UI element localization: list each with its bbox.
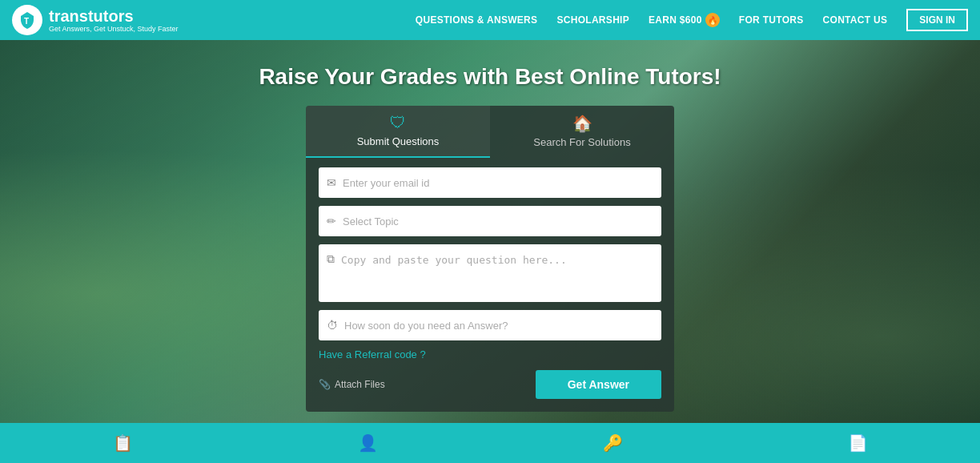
tabs-row: 🛡 Submit Questions 🏠 Search For Solution… xyxy=(306,106,674,158)
logo-icon: T xyxy=(12,5,42,35)
referral-link[interactable]: Have a Referral code ? xyxy=(319,348,661,360)
email-row: ✉ xyxy=(319,167,661,198)
form-body: ✉ ✏ ⧉ ⏱ Have a Refe xyxy=(306,158,674,412)
get-answer-button[interactable]: Get Answer xyxy=(536,370,661,399)
nav-contact[interactable]: CONTACT US xyxy=(823,14,888,26)
logo-brand: transtutors xyxy=(49,7,179,25)
question-row: ⧉ xyxy=(319,244,661,302)
answer-time-row: ⏱ xyxy=(319,310,661,340)
nav-tutors[interactable]: FOR TUTORS xyxy=(739,14,804,26)
copy-icon: ⧉ xyxy=(327,252,335,266)
logo-tagline: Get Answers, Get Unstuck, Study Faster xyxy=(49,25,179,34)
nav-qa[interactable]: QUESTIONS & ANSWERS xyxy=(416,14,538,26)
topic-row[interactable]: ✏ xyxy=(319,206,661,236)
topic-icon: ✏ xyxy=(327,215,336,227)
svg-text:T: T xyxy=(24,17,29,26)
signin-button[interactable]: SIGN IN xyxy=(906,9,968,31)
nav-earn[interactable]: EARN $600 🔥 xyxy=(649,13,720,27)
question-textarea[interactable] xyxy=(341,252,653,296)
email-input[interactable] xyxy=(343,177,653,189)
email-icon: ✉ xyxy=(327,176,336,189)
nav-area: QUESTIONS & ANSWERS SCHOLARSHIP EARN $60… xyxy=(416,9,968,31)
hero-content: Raise Your Grades with Best Online Tutor… xyxy=(0,40,980,412)
tab-search[interactable]: 🏠 Search For Solutions xyxy=(490,106,674,158)
bottom-bar: 📋 👤 🔑 📄 xyxy=(0,423,980,463)
submit-icon: 🛡 xyxy=(390,114,406,132)
clock-icon: ⏱ xyxy=(327,319,338,332)
tab-search-label: Search For Solutions xyxy=(533,136,630,148)
attach-label: Attach Files xyxy=(335,379,385,390)
tab-submit[interactable]: 🛡 Submit Questions xyxy=(306,106,490,158)
tab-submit-label: Submit Questions xyxy=(357,135,440,147)
bottom-icon-4[interactable]: 📄 xyxy=(848,433,868,453)
search-icon: 🏠 xyxy=(572,114,592,133)
topic-input[interactable] xyxy=(343,215,653,227)
form-footer: 📎 Attach Files Get Answer xyxy=(319,370,661,399)
attach-button[interactable]: 📎 Attach Files xyxy=(319,379,385,390)
bottom-icon-1[interactable]: 📋 xyxy=(113,433,133,453)
nav-scholarship[interactable]: SCHOLARSHIP xyxy=(556,14,629,26)
answer-time-input[interactable] xyxy=(344,320,653,332)
hero-title: Raise Your Grades with Best Online Tutor… xyxy=(259,64,721,90)
nav-earn-label: EARN $600 xyxy=(649,14,702,26)
earn-badge: 🔥 xyxy=(705,13,720,27)
bottom-icon-3[interactable]: 🔑 xyxy=(603,433,623,453)
hero-section: Raise Your Grades with Best Online Tutor… xyxy=(0,40,980,463)
paperclip-icon: 📎 xyxy=(319,379,331,390)
bottom-icon-2[interactable]: 👤 xyxy=(358,433,378,453)
logo-area: T transtutors Get Answers, Get Unstuck, … xyxy=(12,5,179,35)
header: T transtutors Get Answers, Get Unstuck, … xyxy=(0,0,980,40)
form-card: 🛡 Submit Questions 🏠 Search For Solution… xyxy=(306,106,674,412)
logo-text-area: transtutors Get Answers, Get Unstuck, St… xyxy=(49,7,179,34)
